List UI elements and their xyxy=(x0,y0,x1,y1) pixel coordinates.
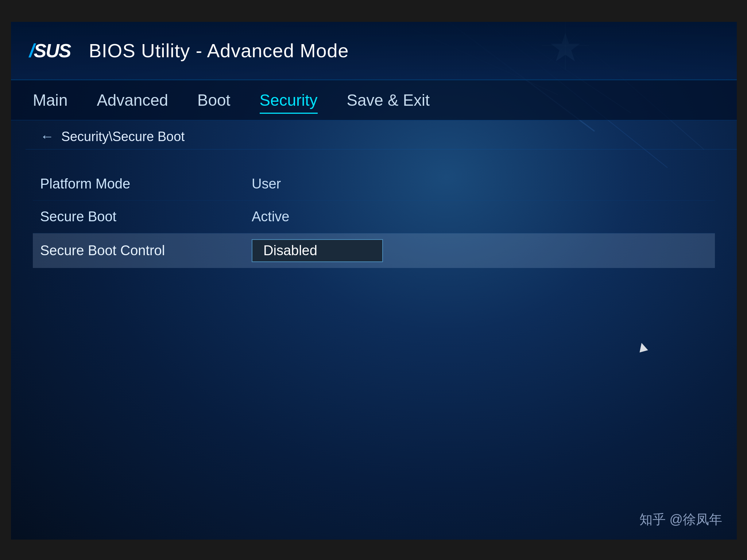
secure-boot-label: Secure Boot xyxy=(40,209,252,225)
breadcrumb[interactable]: ← Security\Secure Boot xyxy=(26,124,737,149)
platform-mode-value: User xyxy=(252,176,281,192)
secure-boot-control-label: Secure Boot Control xyxy=(40,243,252,258)
nav-item-boot[interactable]: Boot xyxy=(197,88,231,113)
monitor-frame: /SUS BIOS Utility - Advanced Mode Main A… xyxy=(0,0,747,560)
content-area: Platform Mode User Secure Boot Active Se… xyxy=(11,153,737,540)
header-bar: /SUS BIOS Utility - Advanced Mode xyxy=(11,22,737,80)
asus-logo: /SUS xyxy=(29,40,70,62)
nav-item-main[interactable]: Main xyxy=(33,88,67,113)
setting-row-secure-boot-control[interactable]: Secure Boot Control Disabled xyxy=(33,233,715,268)
watermark: 知乎 @徐凤年 xyxy=(639,511,722,529)
nav-item-security[interactable]: Security xyxy=(260,88,318,113)
breadcrumb-path: Security\Secure Boot xyxy=(61,129,185,144)
navbar: Main Advanced Boot Security Save & Exit xyxy=(11,80,737,120)
bios-title: BIOS Utility - Advanced Mode xyxy=(89,40,349,62)
setting-row-secure-boot[interactable]: Secure Boot Active xyxy=(33,201,715,233)
screen: /SUS BIOS Utility - Advanced Mode Main A… xyxy=(11,22,737,540)
platform-mode-label: Platform Mode xyxy=(40,176,252,192)
setting-row-platform-mode[interactable]: Platform Mode User xyxy=(33,168,715,201)
nav-item-advanced[interactable]: Advanced xyxy=(97,88,168,113)
secure-boot-value: Active xyxy=(252,209,289,225)
nav-item-save-exit[interactable]: Save & Exit xyxy=(347,88,430,113)
secure-boot-control-value[interactable]: Disabled xyxy=(252,239,383,262)
breadcrumb-back-arrow[interactable]: ← xyxy=(40,129,54,144)
